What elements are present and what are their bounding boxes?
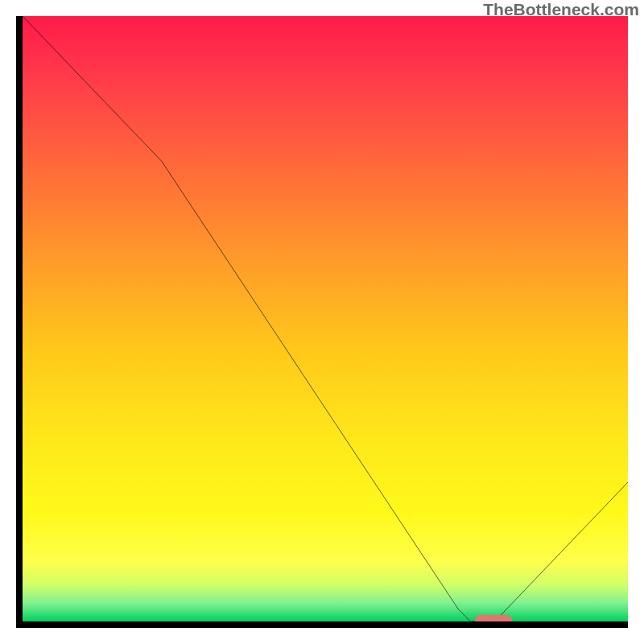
plot-area (16, 16, 628, 628)
curve-svg (23, 16, 628, 621)
chart-container: TheBottleneck.com (0, 0, 644, 644)
bottleneck-curve-path (23, 16, 628, 621)
optimal-marker (475, 615, 512, 626)
